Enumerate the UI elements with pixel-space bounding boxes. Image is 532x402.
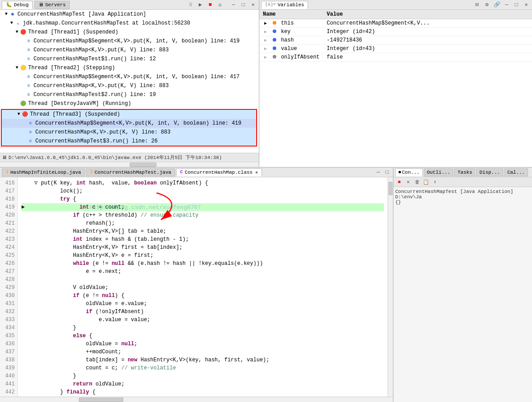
variables-panel: (x)= Variables ⊟ ⚙ 🔗 ─ □ ✕ Name Value [259, 0, 532, 167]
tree-item-frame1-3[interactable]: ≡ ConcurrentHashMapTest$1.run() line: 12 [0, 54, 259, 63]
tree-item-thread2[interactable]: ▼ 🟡 Thread [Thread2] (Stepping) [0, 63, 259, 72]
debug-tree-scroll[interactable]: ▼ ■ ConcurrentHashMapTest [Java Applicat… [0, 10, 259, 153]
thread3-highlight-box: ▼ 🔴 Thread [Thread3] (Suspended) ≡ Concu… [1, 109, 257, 147]
code-max-btn[interactable]: □ [383, 168, 391, 176]
expand-hash[interactable]: ▶ [263, 38, 268, 43]
tree-item-frame3-3[interactable]: ≡ ConcurrentHashMapTest$3.run() line: 26 [2, 137, 256, 146]
tab-close-active[interactable]: ✕ [255, 170, 258, 175]
expand-arrow-thread2[interactable]: ▼ [14, 64, 20, 72]
destroy-icon: 🟢 [20, 100, 27, 107]
tab-debug[interactable]: 🐛 Debug [2, 1, 33, 9]
console-stop-btn[interactable]: ■ [395, 178, 403, 186]
tab-concurrent-test[interactable]: J ConcurrentHashMapTest.java [86, 168, 175, 176]
toolbar-btn-stop[interactable]: ■ [206, 1, 214, 9]
jvm-icon: 🖥 [2, 155, 7, 160]
tree-item-app[interactable]: ▼ ■ ConcurrentHashMapTest [Java Applicat… [0, 10, 259, 19]
expand-arrow-thread3[interactable]: ▼ [16, 110, 21, 118]
servers-icon: 🖥 [38, 2, 43, 8]
var-row-onlyifabsent[interactable]: ▶ onlyIfAbsent false [259, 53, 532, 62]
tree-item-frame3-1[interactable]: ≡ ConcurrentHashMap$Segment<K,V>.put(K, … [2, 119, 256, 128]
var-row-hash[interactable]: ▶ hash -1492718436 [259, 36, 532, 45]
variables-btn2[interactable]: ⚙ [483, 1, 491, 9]
expand-key[interactable]: ▶ [263, 29, 268, 34]
tree-item-thread1[interactable]: ▼ 🔴 Thread [Thread1] (Suspended) [0, 28, 259, 37]
scrollbar-thumb[interactable] [388, 182, 393, 195]
expand-onlyifabsent[interactable]: ▶ [263, 54, 268, 60]
var-name-key: key [281, 29, 291, 35]
tab-calc[interactable]: Cal... [504, 168, 528, 176]
frame3-1-icon: ≡ [27, 120, 34, 127]
thread1-icon: 🔴 [20, 29, 27, 36]
toolbar-btn-close-debug[interactable]: ✕ [249, 1, 257, 9]
variables-icon: (x)= [265, 2, 276, 7]
var-val-onlyifabsent: false [323, 53, 532, 62]
code-min-btn[interactable]: ─ [374, 168, 382, 176]
variables-close[interactable]: ✕ [522, 1, 530, 9]
variables-max[interactable]: □ [512, 1, 520, 9]
ide-container: 🐛 Debug 🖥 Servers ⏸ ▶ ■ ⏏ ─ □ ✕ [0, 0, 532, 402]
right-toolbar: ■ ✕ 🗑 📋 ⬇ [393, 177, 532, 187]
code-h-scrollbar[interactable] [0, 397, 393, 402]
tab-servers[interactable]: 🖥 Servers [34, 1, 70, 9]
tree-label-app: ConcurrentHashMapTest [Java Application] [17, 10, 146, 18]
tree-item-thread3[interactable]: ▼ 🔴 Thread [Thread3] (Suspended) [2, 110, 256, 119]
toolbar-btn-suspend[interactable]: ⏸ [186, 1, 194, 9]
console-remove-btn[interactable]: ✕ [404, 178, 412, 186]
tree-label-frame3-1: ConcurrentHashMap$Segment<K,V>.put(K, in… [35, 119, 241, 127]
expand-this[interactable]: ▶ [263, 21, 268, 26]
tree-item-frame2-1[interactable]: ≡ ConcurrentHashMap$Segment<K,V>.put(K, … [0, 72, 259, 81]
variables-btn3[interactable]: 🔗 [493, 1, 501, 9]
expand-arrow-app[interactable]: ▼ [4, 10, 9, 18]
var-row-key[interactable]: ▶ key Integer (id=42) [259, 28, 532, 36]
console-copy-btn[interactable]: 📋 [422, 178, 430, 186]
expand-arrow-thread1[interactable]: ▼ [14, 28, 20, 36]
debug-icon: 🐛 [6, 2, 12, 8]
var-name-onlyifabsent: onlyIfAbsent [281, 54, 319, 60]
debug-h-scrollbar[interactable] [0, 162, 259, 167]
tab-hashmap-infinite[interactable]: J HashMapInfiniteLoop.java [2, 168, 85, 176]
var-scroll[interactable]: Name Value ▶ this ConcurrentHashMap$Segm… [259, 10, 532, 167]
tree-label-frame1-3: ConcurrentHashMapTest$1.run() line: 12 [34, 55, 156, 63]
frame2-1-icon: ≡ [25, 73, 32, 80]
tree-label-thread1: Thread [Thread1] (Suspended) [28, 28, 118, 36]
tab-label-3: ConcurrentHashMap.class [185, 170, 253, 175]
tree-item-destroy[interactable]: 🟢 Thread [DestroyJavaVM] (Running) [0, 99, 259, 108]
tab-tasks[interactable]: Tasks [454, 168, 475, 176]
icon-this [273, 21, 276, 25]
tree-label-frame3-2: ConcurrentHashMap<K,V>.put(K, V) line: 8… [35, 128, 170, 136]
tree-item-jdk[interactable]: ▼ ☕ jdk.hashmap.ConcurrentHashMapTest at… [0, 19, 259, 28]
console-scroll-btn[interactable]: ⬇ [431, 178, 439, 186]
toolbar-btn-resume[interactable]: ▶ [196, 1, 204, 9]
toolbar-btn-disconnect[interactable]: ⏏ [216, 1, 224, 9]
toolbar-btn-min[interactable]: ─ [229, 1, 237, 9]
expand-arrow-jdk[interactable]: ▼ [9, 19, 14, 27]
jdk-icon: ☕ [14, 20, 21, 27]
tab-console[interactable]: ■ Con... [395, 168, 423, 176]
code-area[interactable]: 4164174184194204214224234244254264274284… [0, 177, 393, 397]
tab-outline[interactable]: Outli... [424, 168, 454, 176]
debug-tab-bar: 🐛 Debug 🖥 Servers ⏸ ▶ ■ ⏏ ─ □ ✕ [0, 0, 259, 10]
variables-tab-label: Variables [278, 2, 304, 8]
console-clear-btn[interactable]: 🗑 [413, 178, 421, 186]
tree-item-frame2-3[interactable]: ≡ ConcurrentHashMapTest$2.run() line: 19 [0, 90, 259, 99]
tree-item-frame3-2[interactable]: ≡ ConcurrentHashMap<K,V>.put(K, V) line:… [2, 128, 256, 137]
debug-tab-label: Debug [14, 2, 29, 8]
code-v-scrollbar[interactable] [388, 177, 393, 397]
var-row-this[interactable]: ▶ this ConcurrentHashMap$Segment<K,V... [259, 19, 532, 28]
tab-variables[interactable]: (x)= Variables [261, 1, 308, 9]
tree-item-frame2-2[interactable]: ≡ ConcurrentHashMap<K,V>.put(K, V) line:… [0, 81, 259, 90]
expand-value[interactable]: ▶ [263, 46, 268, 51]
tree-label-thread2: Thread [Thread2] (Stepping) [28, 64, 115, 72]
var-row-value[interactable]: ▶ value Integer (id=43) [259, 45, 532, 53]
tab-concurrent-hashmap-class[interactable]: C ConcurrentHashMap.class ✕ [176, 168, 262, 176]
tree-item-frame1-1[interactable]: ≡ ConcurrentHashMap$Segment<K,V>.put(K, … [0, 37, 259, 46]
variables-min[interactable]: ─ [502, 1, 511, 9]
code-content: ▽ put(K key, int hash, value, boolean on… [18, 177, 388, 397]
tree-label-destroy: Thread [DestroyJavaVM] (Running) [28, 100, 131, 108]
h-scroll-thumb[interactable] [79, 398, 123, 402]
tab-display[interactable]: Disp... [476, 168, 503, 176]
toolbar-btn-max[interactable]: □ [239, 1, 247, 9]
tree-item-frame1-2[interactable]: ≡ ConcurrentHashMap<K,V>.put(K, V) line:… [0, 46, 259, 54]
console-icon: ■ [398, 170, 401, 175]
variables-btn1[interactable]: ⊟ [473, 1, 481, 9]
